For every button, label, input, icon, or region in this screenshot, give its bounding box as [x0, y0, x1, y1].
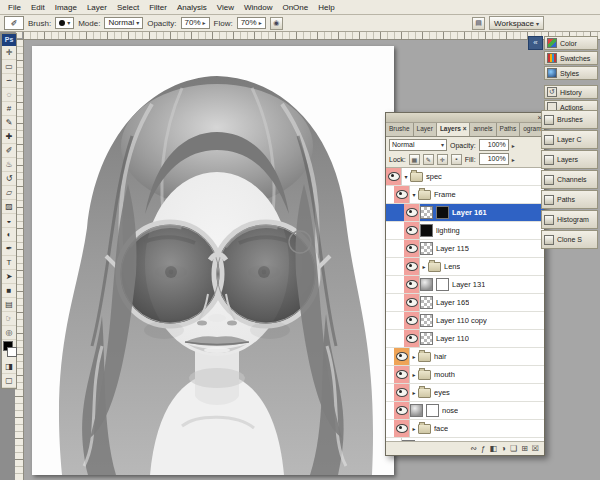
layer-thumbnail[interactable]: [420, 242, 433, 255]
tab-brushes[interactable]: Brushe: [386, 123, 414, 136]
layer-mask-thumbnail[interactable]: [426, 404, 439, 417]
layer-thumbnail[interactable]: [410, 404, 423, 417]
adjustment-layer-icon[interactable]: ◑: [501, 443, 506, 455]
lock-transparency-icon[interactable]: ▦: [409, 154, 420, 165]
menu-filter[interactable]: Filter: [144, 1, 172, 13]
expand-toggle-icon[interactable]: ▸: [410, 425, 418, 432]
flow-field[interactable]: 70%▸: [237, 17, 266, 29]
pen-tool[interactable]: ✒: [2, 242, 16, 256]
lasso-tool[interactable]: ∽: [2, 74, 16, 88]
history-brush-tool[interactable]: ↺: [2, 172, 16, 186]
layer-row-layer-115[interactable]: Layer 115: [386, 240, 544, 258]
layer-thumbnail[interactable]: [420, 332, 433, 345]
tab-paths[interactable]: Paths: [497, 123, 521, 136]
layer-style-icon[interactable]: ƒ: [481, 443, 485, 455]
layer-row-eyes[interactable]: ▸ eyes: [386, 384, 544, 402]
link-layers-icon[interactable]: ∾: [470, 443, 477, 455]
menu-help[interactable]: Help: [313, 1, 339, 13]
layer-row-mouth[interactable]: ▸ mouth: [386, 366, 544, 384]
move-tool[interactable]: ✛: [2, 46, 16, 60]
layer-row-layer-110[interactable]: Layer 110: [386, 330, 544, 348]
hand-tool[interactable]: ☞: [2, 312, 16, 326]
menu-select[interactable]: Select: [112, 1, 144, 13]
layer-row-lighting[interactable]: lighting: [386, 222, 544, 240]
visibility-toggle[interactable]: [394, 366, 410, 383]
visibility-toggle[interactable]: [394, 186, 410, 203]
panel-button-layer-comps[interactable]: Layer C: [541, 130, 598, 149]
clone-stamp-tool[interactable]: ♨: [2, 158, 16, 172]
opacity-field[interactable]: 70%▸: [181, 17, 210, 29]
layer-mask-icon[interactable]: ◧: [490, 443, 498, 455]
brush-preset-picker[interactable]: ▾: [55, 17, 74, 29]
layer-row-layer-131[interactable]: Layer 131: [386, 276, 544, 294]
expand-toggle-icon[interactable]: ▸: [410, 389, 418, 396]
shape-tool[interactable]: ■: [2, 284, 16, 298]
panel-button-swatches[interactable]: Swatches: [544, 51, 598, 65]
layer-thumbnail[interactable]: [420, 278, 433, 291]
current-tool-icon[interactable]: ✐: [4, 16, 24, 30]
menu-analysis[interactable]: Analysis: [172, 1, 212, 13]
panel-button-brushes[interactable]: Brushes: [541, 110, 598, 129]
menu-view[interactable]: View: [212, 1, 239, 13]
visibility-toggle[interactable]: [394, 402, 410, 419]
expand-toggle-icon[interactable]: ▸: [410, 371, 418, 378]
layer-row-layer-165[interactable]: Layer 165: [386, 294, 544, 312]
visibility-toggle[interactable]: [394, 348, 410, 365]
panel-button-styles[interactable]: Styles: [544, 66, 598, 80]
quick-selection-tool[interactable]: ◌: [2, 88, 16, 102]
brush-tool[interactable]: ✐: [2, 144, 16, 158]
visibility-toggle[interactable]: [394, 420, 410, 437]
panel-button-histogram[interactable]: Histogram: [541, 210, 598, 229]
path-selection-tool[interactable]: ➤: [2, 270, 16, 284]
visibility-toggle[interactable]: [404, 222, 420, 239]
eraser-tool[interactable]: ▱: [2, 186, 16, 200]
visibility-toggle[interactable]: [404, 330, 420, 347]
gradient-tool[interactable]: ▨: [2, 200, 16, 214]
new-group-icon[interactable]: ❏: [510, 443, 517, 455]
visibility-toggle[interactable]: [404, 276, 420, 293]
panel-button-clone-source[interactable]: Clone S: [541, 230, 598, 249]
tab-layer-comps[interactable]: Layer: [414, 123, 437, 136]
menu-layer[interactable]: Layer: [82, 1, 112, 13]
layer-row-spec[interactable]: ▾ spec: [386, 168, 544, 186]
layer-thumbnail[interactable]: [420, 224, 433, 237]
new-layer-icon[interactable]: ⊞: [521, 443, 528, 455]
panel-button-layers[interactable]: Layers: [541, 150, 598, 169]
quick-mask-button[interactable]: ◨: [2, 360, 16, 374]
layer-thumbnail[interactable]: [420, 314, 433, 327]
panel-button-channels[interactable]: Channels: [541, 170, 598, 189]
menu-file[interactable]: File: [3, 1, 26, 13]
airbrush-toggle-icon[interactable]: ◉: [270, 17, 283, 30]
dock-collapse-button[interactable]: «: [528, 36, 543, 50]
layer-row-layer-161[interactable]: Layer 161: [386, 204, 544, 222]
panel-button-color[interactable]: Color: [544, 36, 598, 50]
type-tool[interactable]: T: [2, 256, 16, 270]
zoom-tool[interactable]: ◎: [2, 326, 16, 340]
palette-well-icon[interactable]: ▤: [472, 17, 485, 30]
mode-select[interactable]: Normal▾: [104, 17, 143, 29]
layer-row-layer-110-copy[interactable]: Layer 110 copy: [386, 312, 544, 330]
visibility-toggle[interactable]: [394, 384, 410, 401]
layer-mask-thumbnail[interactable]: [436, 206, 449, 219]
expand-toggle-icon[interactable]: ▸: [410, 353, 418, 360]
marquee-tool[interactable]: ▭: [2, 60, 16, 74]
tab-channels[interactable]: annels: [470, 123, 496, 136]
menu-onone[interactable]: OnOne: [277, 1, 313, 13]
blur-tool[interactable]: ◒: [2, 214, 16, 228]
visibility-toggle[interactable]: [404, 312, 420, 329]
panel-button-history[interactable]: ↺ History: [544, 85, 598, 99]
eyedropper-tool[interactable]: ✎: [2, 116, 16, 130]
layer-opacity-field[interactable]: 100%: [479, 139, 509, 151]
healing-brush-tool[interactable]: ✚: [2, 130, 16, 144]
blend-mode-select[interactable]: Normal ▾: [389, 139, 447, 151]
lock-image-icon[interactable]: ✎: [423, 154, 434, 165]
expand-toggle-icon[interactable]: ▾: [410, 191, 418, 198]
menu-edit[interactable]: Edit: [26, 1, 50, 13]
layer-row-lens[interactable]: ▸ Lens: [386, 258, 544, 276]
dodge-tool[interactable]: ◐: [2, 228, 16, 242]
screen-mode-button[interactable]: ▢: [2, 374, 16, 388]
visibility-toggle[interactable]: [404, 204, 420, 221]
visibility-toggle[interactable]: [404, 258, 420, 275]
layer-fill-field[interactable]: 100%: [479, 153, 509, 165]
canvas[interactable]: [32, 46, 394, 475]
